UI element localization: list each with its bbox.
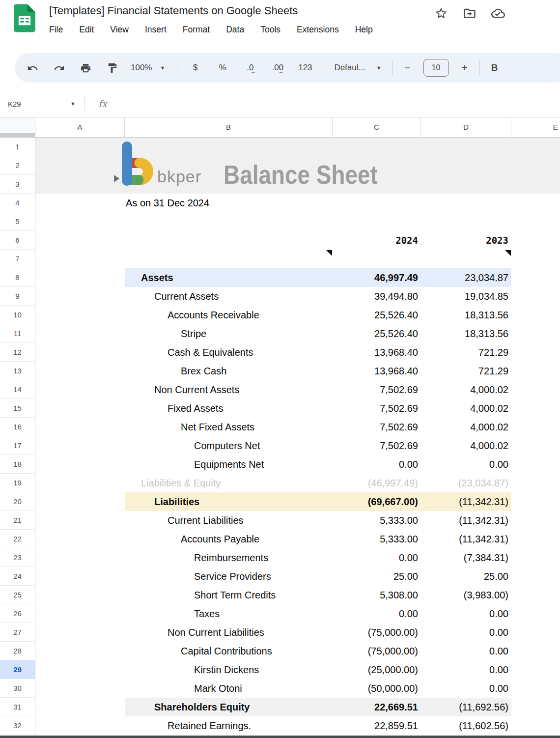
row-header-17[interactable]: 17	[0, 436, 35, 455]
sheet-row-26[interactable]: Taxes0.000.00	[35, 604, 560, 623]
sheet-row-24[interactable]: Service Providers25.0025.00	[35, 567, 560, 586]
sheet-row-10[interactable]: Accounts Receivable25,526.4018,313.56	[35, 306, 560, 324]
decrease-font-size-button[interactable]: −	[397, 58, 419, 78]
sheet-row-19[interactable]: Liabilities & Equity(46,997.49)(23,034.8…	[35, 474, 560, 492]
row-header-32[interactable]: 32	[0, 716, 35, 735]
menu-format[interactable]: Format	[183, 25, 210, 35]
sheet-row-9[interactable]: Current Assets39,494.8019,034.85	[35, 287, 560, 306]
column-header-C[interactable]: C	[333, 117, 421, 137]
font-size-input[interactable]: 10	[423, 59, 449, 77]
row-header-24[interactable]: 24	[0, 567, 35, 586]
sheet-row-16[interactable]: Net Fixed Assets7,502.694,000.02	[35, 418, 560, 436]
row-header-20[interactable]: 20	[0, 492, 35, 511]
sheet-row-12[interactable]: Cash & Equivalents13,968.40721.29	[35, 343, 560, 362]
row-header-12[interactable]: 12	[0, 343, 35, 362]
name-box[interactable]: K29	[8, 100, 21, 108]
row-header-7[interactable]: 7	[0, 250, 35, 268]
row-header-10[interactable]: 10	[0, 306, 35, 324]
column-header-A[interactable]: A	[35, 117, 125, 137]
undo-button[interactable]	[22, 58, 43, 78]
row-header-16[interactable]: 16	[0, 418, 35, 436]
column-header-B[interactable]: B	[125, 117, 333, 137]
menu-extensions[interactable]: Extensions	[297, 25, 339, 35]
row-header-23[interactable]: 23	[0, 548, 35, 567]
column-header-D[interactable]: D	[421, 117, 511, 137]
star-icon[interactable]	[434, 6, 449, 21]
sheet-row-8[interactable]: Assets46,997.4923,034.87	[35, 268, 560, 287]
sheet-row-27[interactable]: Non Current Liabilities(75,000.00)0.00	[35, 623, 560, 642]
format-currency-button[interactable]: $	[181, 58, 209, 78]
row-header-22[interactable]: 22	[0, 530, 35, 548]
row-header-25[interactable]: 25	[0, 586, 35, 604]
menu-view[interactable]: View	[110, 25, 129, 35]
row-header-31[interactable]: 31	[0, 698, 35, 716]
zoom-control[interactable]: 100% ▼	[123, 58, 173, 78]
sheet-row-21[interactable]: Current Liabilities5,333.00(11,342.31)	[35, 511, 560, 530]
increase-decimals-button[interactable]: .00→	[264, 58, 291, 78]
row-header-9[interactable]: 9	[0, 287, 35, 306]
menu-tools[interactable]: Tools	[260, 25, 280, 35]
row-header-28[interactable]: 28	[0, 642, 35, 660]
font-family-selector[interactable]: Defaul... ▼	[327, 58, 388, 78]
row-header-6[interactable]: 6	[0, 231, 35, 250]
row-header-18[interactable]: 18	[0, 455, 35, 474]
column-header-E[interactable]: E	[511, 117, 560, 137]
sheet-row-14[interactable]: Non Current Assets7,502.694,000.02	[35, 380, 560, 399]
menu-insert[interactable]: Insert	[145, 25, 167, 35]
sheet-row-25[interactable]: Short Term Credits5,308.00(3,983.00)	[35, 586, 560, 604]
sheet-row-22[interactable]: Accounts Payable5,333.00(11,342.31)	[35, 530, 560, 548]
sheet-row-17[interactable]: Computers Net7,502.694,000.02	[35, 436, 560, 455]
as-on-date-cell[interactable]: As on 31 Dec 2024	[126, 194, 209, 212]
move-to-folder-icon[interactable]	[463, 6, 477, 21]
sheet-row-13[interactable]: Brex Cash13,968.40721.29	[35, 362, 560, 380]
print-button[interactable]	[75, 58, 96, 78]
menu-file[interactable]: File	[49, 25, 63, 35]
google-sheets-logo-icon[interactable]	[14, 4, 35, 32]
sheet-row-20[interactable]: Liabilities(69,667.00)(11,342.31)	[35, 492, 560, 511]
chevron-down-icon[interactable]: ▼	[70, 101, 76, 107]
row-header-27[interactable]: 27	[0, 623, 35, 642]
more-formats-button[interactable]: 123	[291, 58, 319, 78]
row-header-13[interactable]: 13	[0, 362, 35, 380]
row-header-1[interactable]: 1	[0, 138, 35, 156]
bold-button[interactable]: B	[484, 58, 505, 78]
increase-font-size-button[interactable]: +	[454, 58, 476, 78]
format-percent-button[interactable]: %	[209, 58, 236, 78]
row-header-30[interactable]: 30	[0, 679, 35, 698]
menu-edit[interactable]: Edit	[79, 25, 94, 35]
row-header-5[interactable]: 5	[0, 212, 35, 231]
row-header-3[interactable]: 3	[0, 175, 35, 194]
year-header-2023[interactable]: 2023	[421, 231, 508, 250]
sheet-row-28[interactable]: Capital Contributions(75,000.00)0.00	[35, 642, 560, 660]
sheet-canvas[interactable]: bkper Balance Sheet As on 31 Dec 2024 20…	[35, 138, 560, 738]
menu-help[interactable]: Help	[355, 25, 373, 35]
sheet-row-18[interactable]: Equipments Net0.000.00	[35, 455, 560, 474]
row-header-14[interactable]: 14	[0, 380, 35, 399]
row-header-26[interactable]: 26	[0, 604, 35, 623]
row-header-21[interactable]: 21	[0, 511, 35, 530]
row-header-2[interactable]: 2	[0, 156, 35, 175]
sheet-row-29[interactable]: Kirstin Dickens(25,000.00)0.00	[35, 660, 560, 679]
row-header-11[interactable]: 11	[0, 324, 35, 343]
document-title[interactable]: [Templates] Financial Statements on Goog…	[49, 4, 298, 17]
cloud-saved-icon[interactable]	[491, 6, 506, 21]
value-2023: 18,313.56	[421, 324, 508, 343]
row-header-8[interactable]: 8	[0, 268, 35, 287]
year-header-2024[interactable]: 2024	[333, 231, 418, 250]
sheet-row-11[interactable]: Stripe25,526.4018,313.56	[35, 324, 560, 343]
redo-button[interactable]	[48, 58, 70, 78]
sheet-row-15[interactable]: Fixed Assets7,502.694,000.02	[35, 399, 560, 418]
row-header-4[interactable]: 4	[0, 194, 35, 212]
decrease-decimals-button[interactable]: .0←	[236, 58, 264, 78]
paint-format-button[interactable]	[101, 58, 123, 78]
sheet-row-32[interactable]: Retained Earnings.22,859.51(11,602.56)	[35, 716, 560, 735]
row-header-29[interactable]: 29	[0, 660, 35, 679]
sheet-row-30[interactable]: Mark Otoni(50,000.00)0.00	[35, 679, 560, 698]
row-header-19[interactable]: 19	[0, 474, 35, 492]
sheet-row-31[interactable]: Shareholders Equity22,669.51(11,692.56)	[35, 698, 560, 716]
sheet-row-23[interactable]: Reimbursements0.00(7,384.31)	[35, 548, 560, 567]
menu-data[interactable]: Data	[226, 25, 244, 35]
value-2023: 4,000.02	[421, 436, 508, 455]
select-all-corner[interactable]	[0, 117, 35, 137]
row-header-15[interactable]: 15	[0, 399, 35, 418]
